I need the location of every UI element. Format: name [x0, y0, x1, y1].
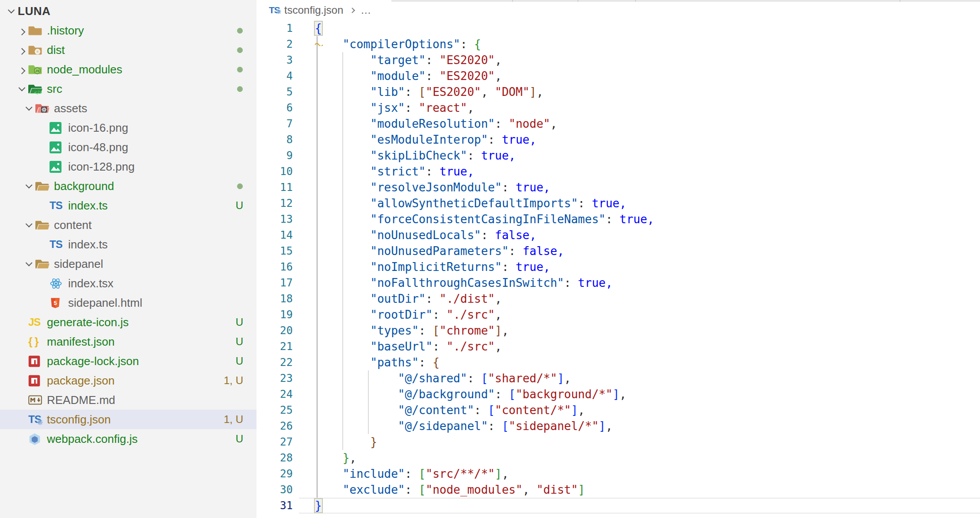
code-line-content[interactable]: "paths": { — [299, 354, 980, 370]
code-line-content[interactable]: "module": "ES2020", — [299, 68, 980, 84]
code-line-content[interactable]: "@/sidepanel": ["sidepanel/*"], — [299, 418, 980, 434]
webpack-icon — [28, 433, 45, 446]
code-line-6[interactable]: 6 "jsx": "react", — [256, 100, 980, 116]
breadcrumb-file[interactable]: tsconfig.json — [284, 4, 343, 16]
code-line-21[interactable]: 21 "baseUrl": "./src", — [256, 339, 980, 354]
code-line-26[interactable]: 26 "@/sidepanel": ["sidepanel/*"], — [256, 418, 980, 434]
code-line-content[interactable]: "noUnusedLocals": false, — [299, 227, 980, 243]
tree-item-sidepanel-html[interactable]: 5sidepanel.html — [0, 293, 256, 312]
code-line-10[interactable]: 10 "strict": true, — [256, 164, 980, 179]
tree-item-index-ts[interactable]: TSindex.tsU — [0, 196, 256, 215]
code-line-31[interactable]: 31} — [256, 498, 980, 514]
code-line-content[interactable]: } — [299, 498, 980, 514]
code-line-content[interactable]: "include": ["src/**/*"], — [299, 466, 980, 482]
code-line-content[interactable]: "baseUrl": "./src", — [299, 339, 980, 354]
code-line-content[interactable]: "moduleResolution": "node", — [299, 116, 980, 132]
code-line-5[interactable]: 5 "lib": ["ES2020", "DOM"], — [256, 84, 980, 100]
code-line-20[interactable]: 20 "types": ["chrome"], — [256, 323, 980, 339]
code-line-8[interactable]: 8 "esModuleInterop": true, — [256, 132, 980, 148]
code-line-14[interactable]: 14 "noUnusedLocals": false, — [256, 227, 980, 243]
code-line-16[interactable]: 16 "noImplicitReturns": true, — [256, 259, 980, 275]
code-line-1[interactable]: 1{ — [256, 20, 980, 36]
code-line-content[interactable]: "@/background": ["background/*"], — [299, 386, 980, 402]
code-line-content[interactable]: }, — [299, 450, 980, 466]
tree-item-icon-48-png[interactable]: icon-48.png — [0, 137, 256, 157]
chevron-right-icon[interactable] — [15, 28, 28, 33]
line-number: 2 — [256, 36, 299, 52]
code-line-content[interactable]: { — [299, 20, 980, 36]
chevron-down-icon[interactable] — [22, 223, 35, 228]
code-line-content[interactable]: "@/shared": ["shared/*"], — [299, 370, 980, 386]
tree-item-manifest-json[interactable]: { }manifest.jsonU — [0, 332, 256, 351]
tree-item-label: manifest.json — [47, 335, 115, 349]
tree-item-package-lock-json[interactable]: package-lock.jsonU — [0, 351, 256, 371]
code-line-15[interactable]: 15 "noUnusedParameters": false, — [256, 243, 980, 259]
tree-item-icon-16-png[interactable]: icon-16.png — [0, 118, 256, 137]
workspace-root-row[interactable]: LUNA — [0, 1, 256, 21]
tree-item-tsconfig-json[interactable]: TStsconfig.json1, U — [0, 410, 256, 429]
code-line-7[interactable]: 7 "moduleResolution": "node", — [256, 116, 980, 132]
code-line-content[interactable]: "forceConsistentCasingInFileNames": true… — [299, 211, 980, 227]
code-line-content[interactable]: "@/content": ["content/*"], — [299, 402, 980, 418]
tree-item-readme-md[interactable]: README.md — [0, 390, 256, 410]
tree-item-webpack-config-js[interactable]: webpack.config.jsU — [0, 429, 256, 449]
code-line-18[interactable]: 18 "outDir": "./dist", — [256, 291, 980, 307]
tree-item-sidepanel[interactable]: sidepanel — [0, 254, 256, 274]
tree-item-package-json[interactable]: package.json1, U — [0, 371, 256, 390]
chevron-down-icon[interactable] — [22, 106, 35, 111]
tree-item-icon-128-png[interactable]: icon-128.png — [0, 157, 256, 176]
code-line-9[interactable]: 9 "skipLibCheck": true, — [256, 148, 980, 164]
code-line-content[interactable]: "target": "ES2020", — [299, 52, 980, 68]
code-line-content[interactable]: "rootDir": "./src", — [299, 307, 980, 323]
code-line-3[interactable]: 3 "target": "ES2020", — [256, 52, 980, 68]
code-line-content[interactable]: "allowSyntheticDefaultImports": true, — [299, 195, 980, 211]
chevron-down-icon[interactable] — [22, 262, 35, 267]
tree-item-assets[interactable]: assets — [0, 99, 256, 118]
code-line-content[interactable]: "lib": ["ES2020", "DOM"], — [299, 84, 980, 100]
code-line-22[interactable]: 22 "paths": { — [256, 354, 980, 370]
code-line-content[interactable]: "esModuleInterop": true, — [299, 132, 980, 148]
code-line-30[interactable]: 30 "exclude": ["node_modules", "dist"] — [256, 482, 980, 498]
code-line-content[interactable]: } — [299, 434, 980, 450]
changes-dot-icon — [237, 67, 243, 72]
tree-item--history[interactable]: .history — [0, 21, 256, 40]
chevron-down-icon[interactable] — [22, 184, 35, 189]
code-line-23[interactable]: 23 "@/shared": ["shared/*"], — [256, 370, 980, 386]
code-line-12[interactable]: 12 "allowSyntheticDefaultImports": true, — [256, 195, 980, 211]
code-line-content[interactable]: "jsx": "react", — [299, 100, 980, 116]
code-line-4[interactable]: 4 "module": "ES2020", — [256, 68, 980, 84]
tree-item-index-ts[interactable]: TSindex.ts — [0, 235, 256, 254]
code-line-27[interactable]: 27 } — [256, 434, 980, 450]
code-line-13[interactable]: 13 "forceConsistentCasingInFileNames": t… — [256, 211, 980, 227]
chevron-right-icon[interactable] — [15, 67, 28, 72]
chevron-down-icon[interactable] — [15, 87, 28, 91]
tree-item-generate-icon-js[interactable]: JSgenerate-icon.jsU — [0, 312, 256, 332]
code-line-25[interactable]: 25 "@/content": ["content/*"], — [256, 402, 980, 418]
chevron-right-icon[interactable] — [15, 48, 28, 53]
code-line-content[interactable]: "noUnusedParameters": false, — [299, 243, 980, 259]
code-line-content[interactable]: "noImplicitReturns": true, — [299, 259, 980, 275]
tree-item-background[interactable]: background — [0, 176, 256, 196]
code-area[interactable]: 1{2 "compilerOptions": {3 "target": "ES2… — [256, 20, 980, 514]
code-line-content[interactable]: "types": ["chrome"], — [299, 323, 980, 339]
tree-item-index-tsx[interactable]: index.tsx — [0, 274, 256, 293]
code-line-content[interactable]: "resolveJsonModule": true, — [299, 179, 980, 195]
code-line-2[interactable]: 2 "compilerOptions": { — [256, 36, 980, 52]
tree-item-src[interactable]: </>src — [0, 79, 256, 99]
code-line-28[interactable]: 28 }, — [256, 450, 980, 466]
tree-item-content[interactable]: content — [0, 215, 256, 235]
code-line-24[interactable]: 24 "@/background": ["background/*"], — [256, 386, 980, 402]
code-line-content[interactable]: "noFallthroughCasesInSwitch": true, — [299, 275, 980, 291]
code-line-content[interactable]: "exclude": ["node_modules", "dist"] — [299, 482, 980, 498]
code-line-19[interactable]: 19 "rootDir": "./src", — [256, 307, 980, 323]
code-line-content[interactable]: "outDir": "./dist", — [299, 291, 980, 307]
tree-item-dist[interactable]: dist — [0, 40, 256, 60]
code-line-17[interactable]: 17 "noFallthroughCasesInSwitch": true, — [256, 275, 980, 291]
code-line-29[interactable]: 29 "include": ["src/**/*"], — [256, 466, 980, 482]
code-line-11[interactable]: 11 "resolveJsonModule": true, — [256, 179, 980, 195]
code-line-content[interactable]: "compilerOptions": { — [299, 36, 980, 52]
tree-item-node-modules[interactable]: JSnode_modules — [0, 60, 256, 79]
code-line-content[interactable]: "skipLibCheck": true, — [299, 148, 980, 164]
breadcrumb-ellipsis[interactable]: … — [360, 4, 371, 16]
code-line-content[interactable]: "strict": true, — [299, 164, 980, 179]
